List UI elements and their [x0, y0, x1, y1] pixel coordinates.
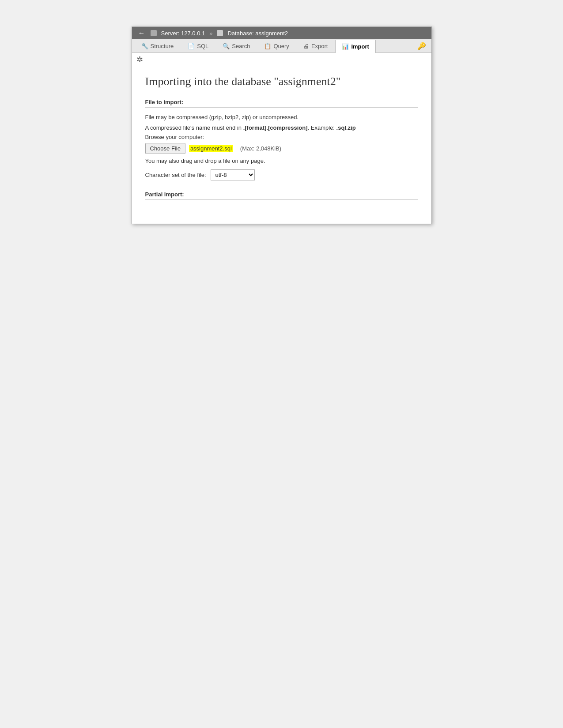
- charset-select[interactable]: utf-8: [211, 169, 255, 180]
- info-line2-prefix: A compressed file's name must end in: [145, 124, 243, 131]
- db-icon: [217, 30, 223, 36]
- tab-bar: 🔧 Structure 📄 SQL 🔍 Search 📋 Query 🖨 Exp…: [132, 39, 431, 53]
- search-icon: 🔍: [223, 43, 230, 49]
- info-line2: A compressed file's name must end in .[f…: [145, 124, 418, 132]
- browse-label: Browse your computer:: [145, 134, 418, 140]
- breadcrumb-separator: »: [209, 30, 212, 37]
- info-line2-middle: . Example:: [308, 124, 336, 131]
- server-icon: [151, 30, 157, 36]
- back-button[interactable]: ←: [136, 29, 147, 37]
- import-icon: 📊: [342, 43, 349, 50]
- file-to-import-section: File to import: File may be compressed (…: [145, 99, 418, 180]
- tab-import[interactable]: 📊 Import: [335, 40, 375, 53]
- content-area: Importing into the database "assignment2…: [132, 66, 431, 224]
- tab-sql-label: SQL: [197, 43, 208, 49]
- structure-icon: 🔧: [141, 43, 148, 49]
- page-title: Importing into the database "assignment2…: [145, 75, 418, 88]
- selected-file-name: assignment2.sql: [189, 145, 233, 152]
- tab-structure-label: Structure: [151, 43, 174, 49]
- tab-sql[interactable]: 📄 SQL: [181, 39, 215, 53]
- browser-titlebar: ← Server: 127.0.0.1 » Database: assignme…: [132, 27, 431, 39]
- charset-label: Character set of the file:: [145, 172, 206, 178]
- info-line2-format: .[format].[compression]: [243, 124, 308, 131]
- toolbar-extra: ✲: [132, 53, 431, 66]
- info-line1: File may be compressed (gzip, bzip2, zip…: [145, 113, 418, 122]
- partial-import-header: Partial import:: [145, 191, 418, 200]
- browser-window: ← Server: 127.0.0.1 » Database: assignme…: [132, 26, 432, 224]
- tab-search[interactable]: 🔍 Search: [216, 39, 257, 53]
- charset-row: Character set of the file: utf-8: [145, 169, 418, 180]
- info-line2-example: .sql.zip: [336, 124, 356, 131]
- tab-search-label: Search: [232, 43, 250, 49]
- db-label: Database: assignment2: [227, 30, 288, 37]
- tab-query[interactable]: 📋 Query: [257, 39, 295, 53]
- file-input-row: Choose File assignment2.sql (Max: 2,048K…: [145, 143, 418, 154]
- choose-file-button[interactable]: Choose File: [145, 143, 185, 154]
- wrench-icon[interactable]: 🔑: [417, 42, 429, 50]
- tab-structure[interactable]: 🔧 Structure: [135, 39, 181, 53]
- max-size-label: (Max: 2,048KiB): [240, 145, 281, 152]
- server-label: Server: 127.0.0.1: [161, 30, 205, 37]
- file-to-import-header: File to import:: [145, 99, 418, 108]
- sql-icon: 📄: [188, 43, 195, 49]
- spinner-icon: ✲: [136, 55, 143, 64]
- tab-export-label: Export: [311, 43, 328, 49]
- partial-import-section: Partial import:: [145, 191, 418, 200]
- tab-import-label: Import: [351, 43, 369, 50]
- tab-export[interactable]: 🖨 Export: [297, 39, 335, 53]
- tab-query-label: Query: [273, 43, 289, 49]
- export-icon: 🖨: [303, 43, 309, 49]
- query-icon: 📋: [264, 43, 271, 49]
- drag-drop-text: You may also drag and drop a file on any…: [145, 158, 418, 164]
